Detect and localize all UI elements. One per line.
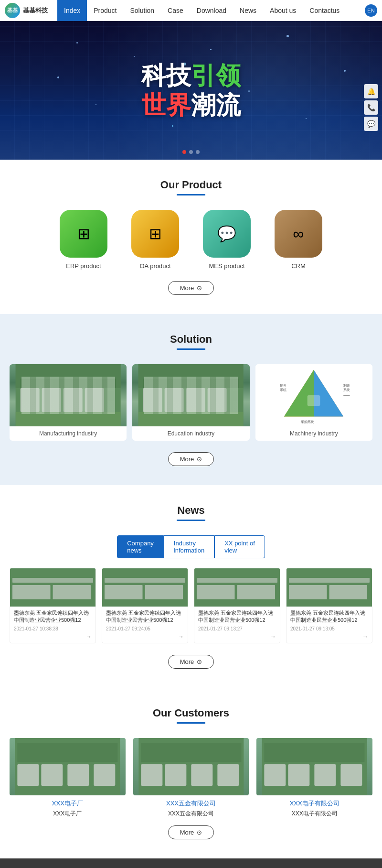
machinery-diagram-svg: 制造 系统 销售 系统 采购系统 [276,364,352,426]
svg-rect-33 [145,585,183,599]
language-switcher[interactable]: EN [365,4,377,17]
news-card-2[interactable]: 墨德东莞 五金家民连续四年入选中国制造业民营企业500强12 2021-01-2… [102,568,188,643]
svg-text:采购系统: 采购系统 [301,420,315,424]
news-arrow-4: → [290,633,368,640]
slide-dot-3[interactable] [196,150,200,154]
news-img-1 [10,568,96,607]
education-svg [132,364,249,426]
hero-banner: 科技引领 世界潮流 🔔 📞 💬 [0,21,382,160]
svg-rect-36 [197,585,235,599]
news-arrow-2: → [106,633,184,640]
nav-index[interactable]: Index [57,0,87,21]
nav-news[interactable]: News [233,0,263,21]
logo-text: 基基科技 [23,6,48,15]
customer-link-3[interactable]: XXX电子有限公司 [256,799,372,808]
customer-3: XXX电子有限公司 XXX电子有限公司 [256,738,372,818]
news-title-4: 墨德东莞 五金家民连续四年入选中国制造业民营企业500强12 [290,609,368,624]
product-oa[interactable]: ⊞ OA product [131,210,179,270]
hero-dots-indicator [182,150,200,154]
news-arrow-3: → [198,633,276,640]
news-title-3: 墨德东莞 五金家民连续四年入选中国制造业民营企业500强12 [198,609,276,624]
svg-rect-3 [21,388,40,412]
news-title-2: 墨德东莞 五金家民连续四年入选中国制造业民营企业500强12 [106,609,184,624]
news-date-3: 2021-01-27 09:13:27 [198,626,276,631]
svg-text:系统: 系统 [344,388,350,392]
customer-img-1 [10,738,126,795]
slide-dot-2[interactable] [189,150,193,154]
news-card-4[interactable]: 墨德东莞 五金家民连续四年入选中国制造业民营企业500强12 2021-01-2… [286,568,372,643]
customers-more-btn-wrapper: More ⊙ [10,825,372,839]
float-bell-btn[interactable]: 🔔 [364,84,378,98]
hero-title-highlight2: 潮流 [191,91,241,119]
float-phone-btn[interactable]: 📞 [364,100,378,115]
nav-aboutus[interactable]: About us [263,0,303,21]
product-erp[interactable]: ⊞ ERP product [60,210,107,270]
svg-rect-11 [143,388,162,412]
solution-section-title: Solution [10,333,372,346]
news-arrow-1: → [14,633,92,640]
customers-more-arrow-icon: ⊙ [197,829,202,836]
slide-dot-1[interactable] [182,150,186,154]
svg-text:销售: 销售 [279,384,286,388]
svg-rect-6 [85,388,104,412]
customers-more-button[interactable]: More ⊙ [168,825,214,839]
news-more-button[interactable]: More ⊙ [168,655,214,669]
news-card-1[interactable]: 墨德东莞 五金家民连续四年入选中国制造业民营企业500强12 2021-01-2… [10,568,96,643]
manufacturing-svg [10,364,127,426]
hero-title: 科技引领 世界潮流 [141,61,241,120]
hero-title-line2: 世界 [141,91,191,119]
solution-machinery[interactable]: 制造 系统 销售 系统 采购系统 Machinery industry [255,364,372,441]
svg-marker-17 [284,370,314,417]
news-card-3-body: 墨德东莞 五金家民连续四年入选中国制造业民营企业500强12 2021-01-2… [194,607,280,643]
news-date-4: 2021-01-27 09:13:05 [290,626,368,631]
news-tabs: Companynews Industryinformation XX point… [10,535,372,558]
product-mes[interactable]: 💬 MES product [203,210,251,270]
customer-1: XXX电子厂 XXX电子厂 [10,738,126,818]
svg-rect-35 [197,578,277,583]
solution-education[interactable]: Education industry [132,364,249,441]
news-section-title: News [10,504,372,517]
nav-product[interactable]: Product [87,0,123,21]
product-more-button[interactable]: More ⊙ [168,281,214,295]
mes-label: MES product [209,262,244,270]
customer-link-1[interactable]: XXX电子厂 [10,799,126,808]
products-grid: ⊞ ERP product ⊞ OA product 💬 MES product… [10,210,372,270]
float-chat-btn[interactable]: 💬 [364,117,378,131]
tab-industry-info[interactable]: Industryinformation [164,535,214,558]
news-img-4 [286,568,372,607]
svg-rect-7 [16,412,121,426]
crm-icon: ∞ [275,210,322,258]
footer-nav: Index Product ERP product OA product MES… [0,858,382,868]
svg-rect-12 [165,388,184,412]
solution-manufacturing[interactable]: Manufacturing industry [10,364,127,441]
tab-company-news[interactable]: Companynews [117,535,164,558]
nav-contactus[interactable]: Contactus [303,0,346,21]
tab-xx-point[interactable]: XX point ofview [214,535,265,558]
oa-label: OA product [139,262,170,270]
product-crm[interactable]: ∞ CRM [275,210,322,270]
svg-rect-32 [105,585,143,599]
customer-img-3 [256,738,372,795]
logo[interactable]: 基基 基基科技 [5,3,48,18]
svg-rect-44 [17,764,39,786]
nav-case[interactable]: Case [161,0,190,21]
solution-more-button[interactable]: More ⊙ [168,452,214,466]
customers-section-title: Our Customers [10,707,372,719]
news-more-btn-wrapper: More ⊙ [10,655,372,669]
hero-title-line1: 科技 [141,62,191,89]
svg-marker-18 [314,370,343,417]
svg-rect-39 [289,578,370,583]
nav-solution[interactable]: Solution [124,0,161,21]
float-buttons: 🔔 📞 💬 [364,84,378,131]
oa-icon: ⊞ [131,210,179,258]
customer-name-1: XXX电子厂 [10,810,126,818]
svg-text:系统: 系统 [280,388,286,392]
news-card-3[interactable]: 墨德东莞 五金家民连续四年入选中国制造业民营企业500强12 2021-01-2… [194,568,280,643]
news-underline [177,520,205,521]
customer-link-2[interactable]: XXX五金有限公司 [133,799,249,808]
news-date-2: 2021-01-27 09:24:05 [106,626,184,631]
svg-rect-31 [105,578,185,583]
solution-underline [177,348,205,350]
nav-download[interactable]: Download [190,0,233,21]
product-section-title: Our Product [10,179,372,191]
